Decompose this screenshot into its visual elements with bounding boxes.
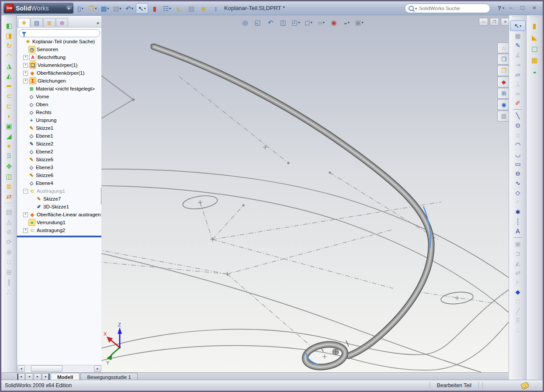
doc-minimize-button[interactable]: ─ (479, 18, 488, 26)
tangent-arc-icon[interactable]: ◡ (510, 149, 525, 159)
appearances-scenes-icon[interactable]: ◉ (497, 99, 510, 110)
minimize-button[interactable]: ─ (506, 4, 516, 12)
tree-item-oben[interactable]: ◇Oben (17, 101, 102, 108)
section-view-icon[interactable]: ◫ (277, 17, 289, 27)
expand-toggle[interactable]: + (23, 71, 28, 76)
move-body-icon[interactable]: ⇄ (2, 191, 16, 201)
tree-item-beschriftung[interactable]: +ABeschriftung (17, 53, 102, 61)
expand-toggle[interactable]: + (23, 55, 28, 60)
view-palette-icon[interactable]: ⊞ (497, 88, 510, 99)
trim-entities-icon[interactable]: ◆ (510, 287, 525, 297)
join-bodies-icon[interactable]: ⊘ (2, 227, 16, 237)
solidworks-resources-icon[interactable]: ⌂ (497, 42, 510, 53)
scatter-bodies-icon[interactable]: ∴ (2, 287, 16, 297)
tree-item-sensoren[interactable]: ◷Sensoren (17, 45, 102, 53)
hide-show-items-icon[interactable]: ∞▾ (315, 17, 327, 27)
cut-extrude-icon[interactable]: ◨ (2, 31, 16, 41)
display-style-icon[interactable]: ◻▾ (303, 17, 314, 27)
linear-pattern-icon[interactable]: ⠿ (2, 151, 16, 161)
pattern-feature-icon[interactable]: ▦ (528, 55, 542, 66)
propertymanager-tab[interactable]: ▤ (31, 18, 43, 27)
offset-entities-icon[interactable]: ⊐ (510, 249, 525, 258)
swept-boss-icon[interactable]: ◮ (2, 61, 16, 71)
sweep-icon[interactable]: ⊂ (2, 91, 16, 101)
scroll-left-icon[interactable]: ◄ (17, 365, 25, 372)
open-document-icon[interactable]: ❐▾ (87, 3, 98, 13)
scrollbar-thumb[interactable] (31, 365, 62, 372)
boundary-boss-icon[interactable]: ➥ (2, 81, 16, 91)
dynamic-mirror-icon[interactable]: ⇄ (510, 268, 525, 278)
shell-feature-icon[interactable]: ▢ (528, 43, 542, 55)
tree-item-austragung1[interactable]: −⊂Austragung1 (17, 187, 102, 195)
tree-item-skizze7[interactable]: ✎Skizze7 (17, 195, 102, 203)
toolbox-icon[interactable]: ◆ (497, 76, 510, 87)
menu-expand-icon[interactable]: ▸ (66, 6, 72, 10)
smart-dimension-icon[interactable]: ∡ (510, 50, 525, 60)
hole-wizard-icon[interactable]: ✶ (2, 141, 16, 151)
shell-icon[interactable]: ▣ (2, 121, 16, 131)
split-part-icon[interactable]: ◬ (2, 217, 16, 227)
body-pattern-icon[interactable]: ∷ (2, 257, 16, 267)
mirror-body-icon[interactable]: ∥ (2, 277, 16, 287)
tree-item-skizze1[interactable]: ✎Skizze1 (17, 124, 102, 132)
rib-icon[interactable]: ▮ (528, 21, 542, 32)
dimxpertmanager-tab[interactable]: ⊕ (56, 18, 68, 27)
tree-item-austragung2[interactable]: +⊂Austragung2 (17, 226, 102, 234)
view-settings-icon[interactable]: ◒▾ (341, 17, 352, 27)
tree-item-ursprung[interactable]: +Ursprung (17, 116, 102, 124)
draft-icon[interactable]: ◣ (528, 32, 542, 43)
view-orientation-icon[interactable]: ◰▾ (290, 17, 301, 27)
revolve-icon[interactable]: ↻ (2, 41, 16, 51)
ordinate-dimension-icon[interactable]: ⇥ (510, 60, 525, 69)
expand-toggle[interactable]: + (23, 79, 28, 83)
delete-body-icon[interactable]: ⊗ (2, 247, 16, 257)
tree-item-oberflächenkörper-1[interactable]: +◆Oberflächenkörper(1) (17, 69, 102, 77)
circular-sketch-pattern-icon[interactable]: ∴ (510, 326, 525, 335)
dome-icon[interactable]: ◗ (2, 111, 16, 121)
spline-icon[interactable]: ∿ (510, 178, 525, 188)
camera-view-icon[interactable]: ▣▾ (353, 17, 365, 27)
last-tab-icon[interactable]: ► (42, 373, 50, 380)
cut-sweep-icon[interactable]: ⊏ (2, 101, 16, 111)
featuremanager-tab[interactable]: ❖ (18, 18, 30, 27)
3d-sketch-icon[interactable]: ✐ (510, 98, 525, 108)
extend-entities-icon[interactable]: ⊦ (510, 278, 525, 287)
toolbar-grip[interactable] (5, 203, 13, 206)
search-input[interactable] (418, 5, 486, 11)
save-icon[interactable]: ▦▾ (99, 3, 111, 13)
help-dropdown-icon[interactable]: ▾ (502, 6, 504, 10)
toolbar-grip[interactable] (513, 17, 523, 20)
toolbar-grip[interactable] (530, 17, 539, 20)
line-icon[interactable]: ╲ (510, 111, 525, 121)
apply-scene-icon[interactable]: ◉ (328, 17, 340, 27)
panel-tabs-more-icon[interactable]: » (97, 20, 101, 27)
graphics-viewport[interactable]: Z X Y (101, 15, 509, 372)
tree-item-vorne[interactable]: ◇Vorne (17, 93, 102, 101)
mirror-entities-icon[interactable]: ◭ (510, 258, 525, 268)
combine-bodies-icon[interactable]: ≣ (2, 181, 16, 191)
tree-item-ebene2[interactable]: ◇Ebene2 (17, 148, 102, 156)
zoom-to-area-icon[interactable]: ◱ (252, 17, 263, 27)
wrap-icon[interactable]: ◒ (528, 66, 542, 77)
previous-tab-icon[interactable]: ◄ (25, 373, 33, 380)
linear-sketch-pattern-icon[interactable]: ⠿ (510, 316, 525, 326)
sketch-fillet-icon[interactable]: ◜ (510, 198, 525, 207)
tree-item-material-nicht-festgelegt[interactable]: ≣Material <nicht festgelegt> (17, 85, 102, 93)
display-relations-icon[interactable]: ∞ (510, 89, 525, 98)
tree-item-skizze2[interactable]: ✎Skizze2 (17, 140, 102, 148)
align-bodies-icon[interactable]: ⊞ (2, 267, 16, 277)
previous-view-icon[interactable]: ↶ (265, 17, 276, 27)
circular-pattern-icon[interactable]: ✥ (2, 161, 16, 171)
design-library-icon[interactable]: ❒ (497, 54, 510, 65)
expand-toggle[interactable]: + (23, 63, 28, 68)
tree-item-skizze5[interactable]: ✎Skizze5 (17, 156, 102, 163)
expand-toggle[interactable]: + (23, 212, 28, 217)
insert-part-icon[interactable]: ▧ (2, 207, 16, 217)
perimeter-circle-icon[interactable]: ◌ (510, 130, 525, 140)
chamfer-icon[interactable]: ◢ (2, 131, 16, 141)
close-button[interactable]: ✕ (530, 4, 539, 12)
tree-item-oberfläche-linear-austragen1[interactable]: +◆Oberfläche-Linear austragen1 (17, 211, 102, 219)
tree-item-ebene3[interactable]: ◇Ebene3 (17, 163, 102, 171)
point-icon[interactable]: ✱ (510, 207, 525, 217)
rectangle-icon[interactable]: ▭ (510, 159, 525, 169)
